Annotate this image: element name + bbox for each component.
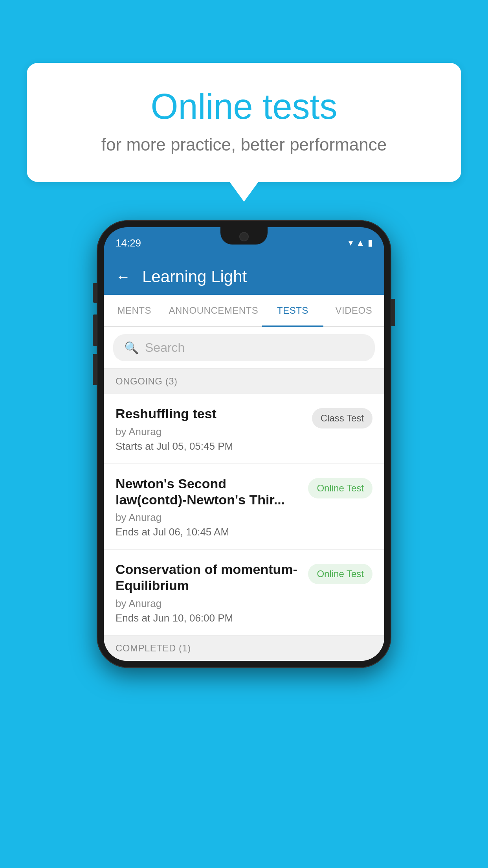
test-name-conservation: Conservation of momentum-Equilibrium (116, 561, 300, 594)
tab-ments[interactable]: MENTS (104, 295, 165, 326)
app-header: ← Learning Light (104, 259, 384, 295)
test-name-newtons: Newton's Second law(contd)-Newton's Thir… (116, 476, 300, 508)
search-container: 🔍 Search (104, 327, 384, 369)
badge-newtons: Online Test (308, 478, 372, 498)
phone-screen: ← Learning Light MENTS ANNOUNCEMENTS TES… (104, 259, 384, 661)
status-bar: 14:29 ▾ ▲ ▮ (104, 227, 384, 259)
status-icons: ▾ ▲ ▮ (349, 238, 372, 248)
ongoing-section-header: ONGOING (3) (104, 369, 384, 394)
completed-section-header: COMPLETED (1) (104, 636, 384, 661)
search-input[interactable]: Search (145, 340, 185, 355)
test-item-newtons[interactable]: Newton's Second law(contd)-Newton's Thir… (104, 464, 384, 550)
status-time: 14:29 (116, 237, 141, 249)
notch (220, 227, 268, 245)
volume-down-button (93, 354, 97, 385)
test-item-conservation[interactable]: Conservation of momentum-Equilibrium by … (104, 550, 384, 636)
power-button (391, 299, 395, 326)
tab-videos[interactable]: VIDEOS (323, 295, 384, 326)
test-by-conservation: by Anurag (116, 598, 300, 610)
volume-silent-button (93, 283, 97, 303)
search-icon: 🔍 (124, 341, 139, 355)
signal-icon: ▲ (356, 238, 365, 248)
phone-frame: 14:29 ▾ ▲ ▮ ← Learning Light MENTS (97, 220, 391, 668)
back-button[interactable]: ← (116, 268, 130, 285)
bubble-title: Online tests (46, 86, 442, 127)
wifi-icon: ▾ (349, 238, 353, 248)
badge-reshuffling: Class Test (312, 408, 372, 428)
test-name-reshuffling: Reshuffling test (116, 406, 304, 422)
test-info-reshuffling: Reshuffling test by Anurag Starts at Jul… (116, 406, 312, 452)
tabs-bar: MENTS ANNOUNCEMENTS TESTS VIDEOS (104, 295, 384, 327)
front-camera (239, 232, 249, 241)
search-bar[interactable]: 🔍 Search (113, 334, 375, 361)
promo-bubble: Online tests for more practice, better p… (27, 63, 461, 182)
test-by-reshuffling: by Anurag (116, 426, 304, 438)
tab-announcements[interactable]: ANNOUNCEMENTS (165, 295, 262, 326)
volume-up-button (93, 314, 97, 346)
test-time-reshuffling: Starts at Jul 05, 05:45 PM (116, 440, 304, 452)
bubble-subtitle: for more practice, better performance (46, 135, 442, 154)
test-time-conservation: Ends at Jun 10, 06:00 PM (116, 612, 300, 624)
test-info-newtons: Newton's Second law(contd)-Newton's Thir… (116, 476, 308, 539)
tab-tests[interactable]: TESTS (262, 295, 323, 326)
app-title: Learning Light (142, 267, 247, 286)
phone-mockup: 14:29 ▾ ▲ ▮ ← Learning Light MENTS (97, 220, 391, 668)
test-by-newtons: by Anurag (116, 511, 300, 524)
battery-icon: ▮ (368, 238, 372, 248)
test-time-newtons: Ends at Jul 06, 10:45 AM (116, 526, 300, 538)
badge-conservation: Online Test (308, 564, 372, 584)
test-item-reshuffling[interactable]: Reshuffling test by Anurag Starts at Jul… (104, 394, 384, 464)
test-info-conservation: Conservation of momentum-Equilibrium by … (116, 561, 308, 624)
